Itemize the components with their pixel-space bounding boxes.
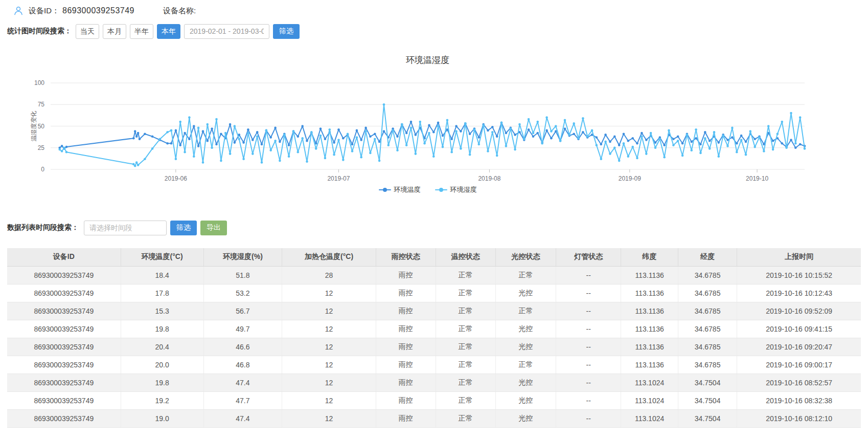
table-cell: 正常 bbox=[436, 338, 495, 356]
table-cell: 正常 bbox=[495, 266, 556, 284]
svg-text:2019-08: 2019-08 bbox=[478, 175, 500, 182]
svg-text:2019-07: 2019-07 bbox=[327, 175, 350, 182]
table-header-cell: 加热仓温度(°C) bbox=[282, 248, 376, 266]
table-cell: 12 bbox=[282, 374, 376, 391]
svg-text:25: 25 bbox=[38, 144, 45, 151]
table-cell: 869300039253749 bbox=[7, 391, 121, 409]
table-cell: 869300039253749 bbox=[7, 284, 121, 302]
table-cell: 869300039253749 bbox=[7, 356, 121, 374]
device-header: 设备ID： 869300039253749 设备名称: bbox=[7, 0, 861, 16]
table-cell: 113.1136 bbox=[621, 302, 678, 320]
table-cell: 正常 bbox=[436, 302, 495, 320]
table-cell: 56.7 bbox=[203, 302, 282, 320]
table-cell: 2019-10-16 10:15:52 bbox=[737, 266, 861, 284]
export-button[interactable]: 导出 bbox=[200, 221, 227, 235]
table-cell: 12 bbox=[282, 338, 376, 356]
legend-label: 环境温度 bbox=[394, 185, 421, 194]
range-button-halfyear[interactable]: 半年 bbox=[130, 24, 153, 39]
table-cell: 34.6785 bbox=[678, 338, 737, 356]
table-cell: 46.6 bbox=[203, 338, 282, 356]
table-cell: 雨控 bbox=[376, 302, 436, 320]
table-cell: 正常 bbox=[436, 320, 495, 338]
table-cell: 光控 bbox=[495, 284, 556, 302]
table-cell: 雨控 bbox=[376, 284, 436, 302]
table-cell: 正常 bbox=[436, 266, 495, 284]
chart-search-label: 统计图时间段搜索： bbox=[7, 27, 72, 36]
table-cell: 雨控 bbox=[376, 391, 436, 409]
table-cell: 869300039253749 bbox=[7, 266, 121, 284]
range-button-month[interactable]: 本月 bbox=[103, 24, 126, 39]
range-button-year[interactable]: 本年 bbox=[157, 24, 180, 39]
table-cell: 46.8 bbox=[203, 356, 282, 374]
table-cell: 34.6785 bbox=[678, 302, 737, 320]
table-cell: 光控 bbox=[495, 409, 556, 427]
table-row: 86930003925374920.046.812雨控正常正常--113.113… bbox=[7, 356, 861, 374]
table-cell: 53.2 bbox=[203, 284, 282, 302]
svg-text:75: 75 bbox=[38, 101, 45, 108]
chart-search-toolbar: 统计图时间段搜索： 当天 本月 半年 本年 筛选 bbox=[7, 24, 861, 39]
table-cell: 正常 bbox=[436, 374, 495, 391]
table-cell: -- bbox=[556, 284, 621, 302]
svg-text:100: 100 bbox=[34, 79, 44, 86]
table-cell: 19.8 bbox=[121, 320, 203, 338]
table-header-cell: 纬度 bbox=[621, 248, 678, 266]
table-header-cell: 上报时间 bbox=[737, 248, 861, 266]
table-row: 86930003925374920.446.612雨控正常光控--113.113… bbox=[7, 338, 861, 356]
table-cell: 正常 bbox=[436, 409, 495, 427]
table-row: 86930003925374918.451.828雨控正常正常--113.113… bbox=[7, 266, 861, 284]
legend-item-humidity[interactable]: 环境湿度 bbox=[435, 185, 477, 194]
chart-date-range-input[interactable] bbox=[184, 24, 269, 39]
table-cell: 869300039253749 bbox=[7, 338, 121, 356]
table-cell: 19.2 bbox=[121, 391, 203, 409]
table-cell: 869300039253749 bbox=[7, 374, 121, 391]
device-id-label: 设备ID： bbox=[29, 6, 59, 16]
table-cell: 51.8 bbox=[203, 266, 282, 284]
table-cell: 15.3 bbox=[121, 302, 203, 320]
legend-item-temperature[interactable]: 环境温度 bbox=[379, 185, 421, 194]
table-cell: 19.0 bbox=[121, 409, 203, 427]
range-button-today[interactable]: 当天 bbox=[76, 24, 99, 39]
table-cell: 17.8 bbox=[121, 284, 203, 302]
table-cell: 2019-10-16 08:32:38 bbox=[737, 391, 861, 409]
table-cell: 2019-10-16 09:20:47 bbox=[737, 338, 861, 356]
table-header-cell: 光控状态 bbox=[495, 248, 556, 266]
table-cell: 雨控 bbox=[376, 266, 436, 284]
table-cell: -- bbox=[556, 302, 621, 320]
table-cell: 34.7504 bbox=[678, 374, 737, 391]
table-header-cell: 环境湿度(%) bbox=[203, 248, 282, 266]
table-cell: 雨控 bbox=[376, 320, 436, 338]
chart-filter-button[interactable]: 筛选 bbox=[273, 24, 300, 39]
table-cell: 2019-10-16 08:52:57 bbox=[737, 374, 861, 391]
table-row: 86930003925374919.847.412雨控正常光控--113.102… bbox=[7, 374, 861, 391]
chart-canvas[interactable]: 02550751002019-062019-072019-082019-0920… bbox=[7, 50, 861, 183]
chart-block: 环境温湿度 温湿度变化 02550751002019-062019-072019… bbox=[7, 50, 861, 202]
table-cell: 34.6785 bbox=[678, 284, 737, 302]
table-cell: 34.7504 bbox=[678, 391, 737, 409]
table-cell: 光控 bbox=[495, 391, 556, 409]
table-cell: 12 bbox=[282, 320, 376, 338]
table-cell: -- bbox=[556, 356, 621, 374]
table-filter-button[interactable]: 筛选 bbox=[170, 221, 197, 235]
table-cell: 113.1136 bbox=[621, 320, 678, 338]
legend-marker-icon bbox=[379, 189, 391, 190]
svg-text:50: 50 bbox=[38, 123, 45, 130]
table-cell: 869300039253749 bbox=[7, 409, 121, 427]
table-cell: 34.6785 bbox=[678, 266, 737, 284]
table-cell: 正常 bbox=[436, 356, 495, 374]
table-cell: 869300039253749 bbox=[7, 302, 121, 320]
table-date-input[interactable] bbox=[84, 221, 167, 235]
table-header-cell: 雨控状态 bbox=[376, 248, 436, 266]
table-header-cell: 设备ID bbox=[7, 248, 121, 266]
table-cell: -- bbox=[556, 320, 621, 338]
table-cell: 12 bbox=[282, 302, 376, 320]
table-cell: 49.7 bbox=[203, 320, 282, 338]
table-cell: 正常 bbox=[436, 284, 495, 302]
table-cell: 19.8 bbox=[121, 374, 203, 391]
table-cell: 12 bbox=[282, 409, 376, 427]
table-search-label: 数据列表时间段搜索： bbox=[7, 223, 79, 232]
table-cell: 113.1136 bbox=[621, 266, 678, 284]
table-cell: 正常 bbox=[495, 356, 556, 374]
page: 设备ID： 869300039253749 设备名称: 统计图时间段搜索： 当天… bbox=[0, 0, 868, 428]
table-cell: 113.1136 bbox=[621, 284, 678, 302]
table-search-toolbar: 数据列表时间段搜索： 筛选 导出 bbox=[7, 220, 861, 235]
